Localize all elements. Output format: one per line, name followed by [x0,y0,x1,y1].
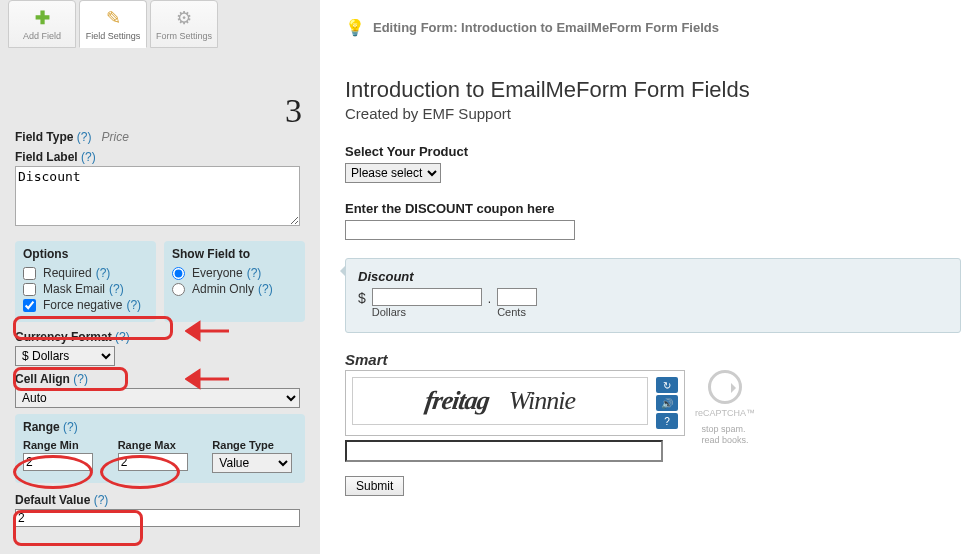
range-type-label: Range Type [212,439,297,451]
force-negative-checkbox[interactable] [23,299,36,312]
coupon-label: Enter the DISCOUNT coupon here [345,201,961,216]
field-type-value: Price [101,130,128,144]
help-link[interactable]: (?) [247,266,262,280]
field-label-input[interactable]: Discount [15,166,300,226]
cents-label: Cents [497,306,537,318]
plus-icon: ✚ [35,7,50,29]
options-title: Options [23,247,148,261]
show-field-title: Show Field to [172,247,297,261]
step-number: 3 [285,92,302,130]
product-label: Select Your Product [345,144,961,159]
submit-button[interactable]: Submit [345,476,404,496]
editing-bar: 💡 Editing Form: Introduction to EmailMeF… [345,10,961,37]
range-min-input[interactable] [23,453,93,471]
help-link[interactable]: (?) [258,282,273,296]
left-settings-panel: ✚ Add Field ✎ Field Settings ⚙ Form Sett… [0,0,320,554]
recaptcha-logo: reCAPTCHA™ stop spam.read books. [695,370,755,446]
range-group: Range (?) Range Min Range Max Range Type… [15,414,305,483]
settings-body: Field Type (?) Price Field Label (?) Dis… [0,118,320,527]
help-link[interactable]: (?) [109,282,124,296]
options-group: Options Required (?) Mask Email (?) Forc… [15,241,156,322]
captcha-refresh-icon[interactable]: ↻ [656,377,678,393]
discount-label: Discount [358,269,948,284]
captcha-image: freitag Winnie [352,377,648,425]
lightbulb-icon: 💡 [345,18,365,37]
discount-field-box[interactable]: Discount $ Dollars . Cents [345,258,961,333]
currency-format-label: Currency Format (?) [15,330,305,344]
captcha-box: freitag Winnie ↻ 🔊 ? [345,370,685,436]
help-link[interactable]: (?) [96,266,111,280]
product-field: Select Your Product Please select [345,144,961,183]
field-label-label: Field Label (?) [15,150,305,164]
help-link[interactable]: (?) [81,150,96,164]
cell-align-select[interactable]: Auto [15,388,300,408]
field-type-label: Field Type (?) Price [15,130,305,144]
range-max-input[interactable] [118,453,188,471]
form-subtitle: Created by EMF Support [345,105,961,122]
captcha-input-row [345,440,685,462]
gear-icon: ⚙ [176,7,192,29]
range-type-select[interactable]: Value [212,453,292,473]
tab-row: ✚ Add Field ✎ Field Settings ⚙ Form Sett… [0,0,320,48]
product-select[interactable]: Please select [345,163,441,183]
help-link[interactable]: (?) [73,372,88,386]
cents-input[interactable] [497,288,537,306]
coupon-input[interactable] [345,220,575,240]
tab-form-settings[interactable]: ⚙ Form Settings [150,0,218,48]
help-link[interactable]: (?) [77,130,92,144]
help-link[interactable]: (?) [94,493,109,507]
show-field-group: Show Field to Everyone (?) Admin Only (?… [164,241,305,322]
help-link[interactable]: (?) [126,298,141,312]
range-max-label: Range Max [118,439,203,451]
currency-symbol: $ [358,290,366,306]
default-value-input[interactable] [15,509,300,527]
tab-add-field[interactable]: ✚ Add Field [8,0,76,48]
tab-label: Add Field [23,31,61,41]
dollars-label: Dollars [372,306,482,318]
captcha-input[interactable] [345,440,663,462]
admin-only-radio[interactable] [172,283,185,296]
tab-label: Field Settings [86,31,141,41]
everyone-radio[interactable] [172,267,185,280]
help-link[interactable]: (?) [63,420,78,434]
tab-field-settings[interactable]: ✎ Field Settings [79,0,147,48]
mask-email-checkbox[interactable] [23,283,36,296]
dollars-input[interactable] [372,288,482,306]
tab-label: Form Settings [156,31,212,41]
recaptcha-circle-icon [708,370,742,404]
range-min-label: Range Min [23,439,108,451]
cell-align-label: Cell Align (?) [15,372,305,386]
smart-label: Smart [345,351,961,368]
required-checkbox[interactable] [23,267,36,280]
coupon-field: Enter the DISCOUNT coupon here [345,201,961,240]
form-title: Introduction to EmailMeForm Form Fields [345,77,961,103]
help-link[interactable]: (?) [115,330,130,344]
captcha-section: Smart freitag Winnie ↻ 🔊 ? [345,351,961,462]
right-preview-panel: 💡 Editing Form: Introduction to EmailMeF… [320,0,976,554]
captcha-help-icon[interactable]: ? [656,413,678,429]
pencil-icon: ✎ [106,7,121,29]
currency-format-select[interactable]: $ Dollars [15,346,115,366]
captcha-audio-icon[interactable]: 🔊 [656,395,678,411]
default-value-label: Default Value (?) [15,493,305,507]
